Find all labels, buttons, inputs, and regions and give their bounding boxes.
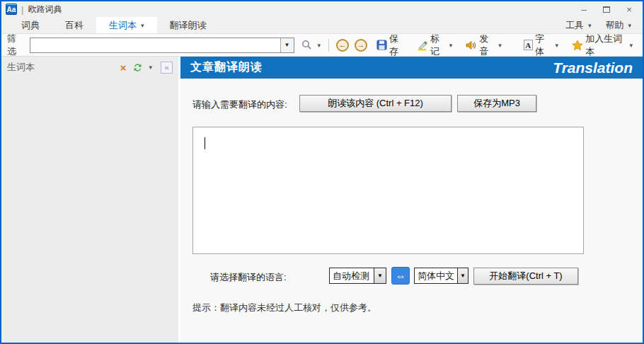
filter-dropdown-button[interactable]: ▼ bbox=[280, 38, 294, 52]
content-area: 生词本 × ▾ « 文章翻译朗读 Translation 请输入需要翻译的内容: bbox=[1, 57, 643, 343]
font-dropdown-icon[interactable]: ▾ bbox=[553, 42, 561, 49]
start-translate-button[interactable]: 开始翻译(Ctrl + T) bbox=[473, 268, 578, 285]
mark-button[interactable]: 标记 ▾ bbox=[415, 31, 456, 59]
font-icon: A bbox=[524, 40, 533, 50]
font-button[interactable]: A 字体 ▾ bbox=[522, 31, 563, 59]
sync-dropdown-icon[interactable]: ▾ bbox=[149, 64, 152, 71]
search-dropdown-icon[interactable]: ▾ bbox=[316, 42, 323, 49]
filter-input[interactable] bbox=[30, 38, 280, 52]
minimize-button[interactable]: – bbox=[579, 5, 589, 14]
text-cursor bbox=[205, 137, 205, 149]
sidebar-title: 生词本 bbox=[7, 61, 35, 74]
app-icon: Aa bbox=[6, 4, 17, 15]
target-language-dropdown-icon: ▼ bbox=[457, 268, 468, 283]
forward-button[interactable]: → bbox=[355, 39, 367, 52]
input-content-label: 请输入需要翻译的内容: bbox=[192, 98, 287, 111]
sync-icon[interactable] bbox=[132, 62, 143, 73]
translation-form: 请输入需要翻译的内容: 朗读该内容 (Ctrl + F12) 保存为MP3 请选… bbox=[180, 79, 643, 343]
window-title: 欧路词典 bbox=[28, 4, 62, 16]
toolbar: 筛选 ▼ ▾ ← → 保存 标记 ▾ bbox=[1, 34, 643, 57]
page-title: 文章翻译朗读 bbox=[190, 60, 263, 75]
wordbook-sidebar: 生词本 × ▾ « bbox=[1, 57, 178, 343]
close-button[interactable]: × bbox=[624, 5, 634, 14]
collapse-sidebar-button[interactable]: « bbox=[161, 62, 173, 74]
search-icon[interactable] bbox=[301, 40, 313, 51]
save-button[interactable]: 保存 bbox=[374, 31, 408, 59]
back-button[interactable]: ← bbox=[336, 39, 349, 52]
pronounce-button[interactable]: 发音 ▾ bbox=[464, 31, 505, 59]
tab-translation-reading[interactable]: 翻译朗读 bbox=[157, 17, 219, 33]
filter-label: 筛选 bbox=[7, 33, 24, 58]
delete-icon[interactable]: × bbox=[120, 62, 127, 73]
pronounce-dropdown-icon[interactable]: ▾ bbox=[496, 42, 504, 49]
source-language-select[interactable]: 自动检测 ▼ bbox=[329, 268, 386, 284]
tab-wordbook[interactable]: 生词本 ▾ bbox=[96, 17, 157, 33]
title-separator: | bbox=[21, 4, 23, 15]
floppy-disk-icon bbox=[376, 40, 387, 51]
tab-dictionary[interactable]: 词典 bbox=[8, 17, 52, 33]
translation-badge: Translation bbox=[553, 59, 633, 76]
maximize-icon bbox=[603, 6, 610, 13]
add-wordbook-button[interactable]: 加入生词本 ▾ bbox=[570, 31, 637, 59]
speaker-icon bbox=[466, 40, 477, 51]
menu-tools[interactable]: 工具 ▾ bbox=[561, 19, 596, 32]
maximize-button[interactable] bbox=[602, 5, 611, 14]
target-language-select[interactable]: 简体中文 ▼ bbox=[414, 268, 468, 284]
star-icon bbox=[572, 40, 583, 51]
highlighter-icon bbox=[417, 40, 428, 51]
mark-dropdown-icon[interactable]: ▾ bbox=[447, 42, 455, 49]
add-wordbook-dropdown-icon[interactable]: ▾ bbox=[627, 42, 635, 49]
chevron-down-icon: ▾ bbox=[628, 22, 631, 29]
main-panel: 文章翻译朗读 Translation 请输入需要翻译的内容: 朗读该内容 (Ct… bbox=[180, 57, 643, 343]
source-language-dropdown-icon: ▼ bbox=[374, 268, 386, 283]
read-aloud-button[interactable]: 朗读该内容 (Ctrl + F12) bbox=[299, 95, 452, 112]
chevron-down-icon: ▾ bbox=[141, 22, 144, 29]
filter-combobox: ▼ bbox=[30, 38, 294, 53]
save-mp3-button[interactable]: 保存为MP3 bbox=[457, 95, 536, 112]
tab-encyclopedia[interactable]: 百科 bbox=[52, 17, 96, 33]
chevron-down-icon: ▾ bbox=[588, 22, 592, 29]
menu-help[interactable]: 帮助 ▾ bbox=[601, 19, 636, 32]
toolbar-divider bbox=[328, 39, 329, 52]
app-window: Aa | 欧路词典 – × 词典 百科 生词本 ▾ 翻译朗读 工具 ▾ 帮助 ▾ bbox=[0, 0, 644, 344]
swap-languages-button[interactable]: ⇔ bbox=[391, 267, 410, 285]
title-bar: Aa | 欧路词典 – × bbox=[1, 1, 643, 17]
translation-textarea[interactable] bbox=[192, 127, 584, 254]
disclaimer-text: 提示：翻译内容未经过人工核对，仅供参考。 bbox=[192, 302, 376, 314]
language-select-label: 请选择翻译的语言: bbox=[210, 271, 287, 284]
main-header: 文章翻译朗读 Translation bbox=[180, 57, 643, 79]
